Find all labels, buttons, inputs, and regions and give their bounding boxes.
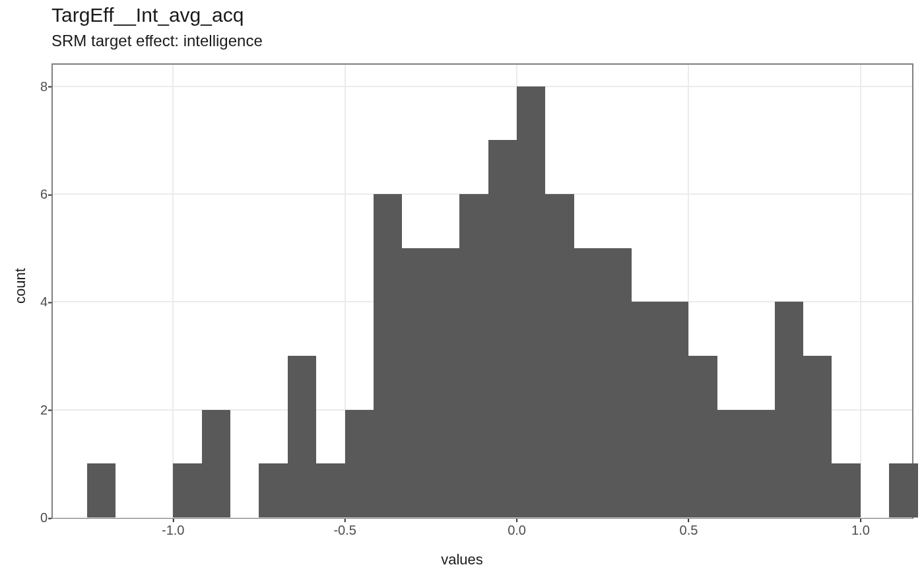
- x-axis-label: values: [441, 551, 483, 568]
- histogram-bar: [803, 356, 832, 518]
- histogram-bar: [775, 302, 803, 518]
- histogram-bar: [345, 410, 374, 518]
- histogram-bar: [603, 248, 631, 518]
- grid-line-h: [53, 86, 912, 87]
- histogram-bar: [517, 86, 545, 518]
- y-tick-label: 6: [40, 187, 48, 202]
- histogram-bar: [889, 463, 917, 518]
- histogram-bar: [488, 140, 517, 518]
- y-tick-label: 0: [40, 510, 48, 525]
- histogram-bar: [173, 463, 201, 518]
- histogram-bar: [202, 410, 230, 518]
- y-axis-label: count: [12, 268, 29, 304]
- y-tick-label: 8: [40, 79, 48, 94]
- grid-line-v: [860, 65, 861, 518]
- histogram-bar: [832, 463, 860, 518]
- histogram-bar: [431, 248, 459, 518]
- histogram-bar: [259, 463, 287, 518]
- x-tick-label: -1.0: [162, 523, 184, 538]
- x-tick-label: 0.0: [508, 523, 526, 538]
- chart-subtitle: SRM target effect: intelligence: [51, 32, 263, 50]
- histogram-bar: [459, 194, 488, 518]
- histogram-bar: [402, 248, 430, 518]
- x-tick-label: -0.5: [333, 523, 356, 538]
- grid-line-v: [172, 65, 174, 518]
- histogram-bar: [87, 463, 116, 518]
- y-tick-label: 2: [40, 402, 48, 417]
- histogram-chart: TargEff__Int_avg_acq SRM target effect: …: [0, 0, 924, 571]
- histogram-bar: [632, 302, 660, 518]
- histogram-bar: [288, 356, 316, 518]
- plot-panel: [51, 63, 913, 519]
- histogram-bar: [374, 194, 402, 518]
- histogram-bar: [574, 248, 603, 518]
- histogram-bar: [746, 410, 774, 518]
- histogram-bar: [688, 356, 717, 518]
- x-tick-label: 1.0: [851, 523, 870, 538]
- chart-title: TargEff__Int_avg_acq: [51, 4, 244, 26]
- histogram-bar: [717, 410, 746, 518]
- histogram-bar: [316, 463, 345, 518]
- y-tick-label: 4: [40, 294, 48, 310]
- x-tick-label: 0.5: [680, 523, 698, 538]
- histogram-bar: [660, 302, 688, 518]
- histogram-bar: [545, 194, 574, 518]
